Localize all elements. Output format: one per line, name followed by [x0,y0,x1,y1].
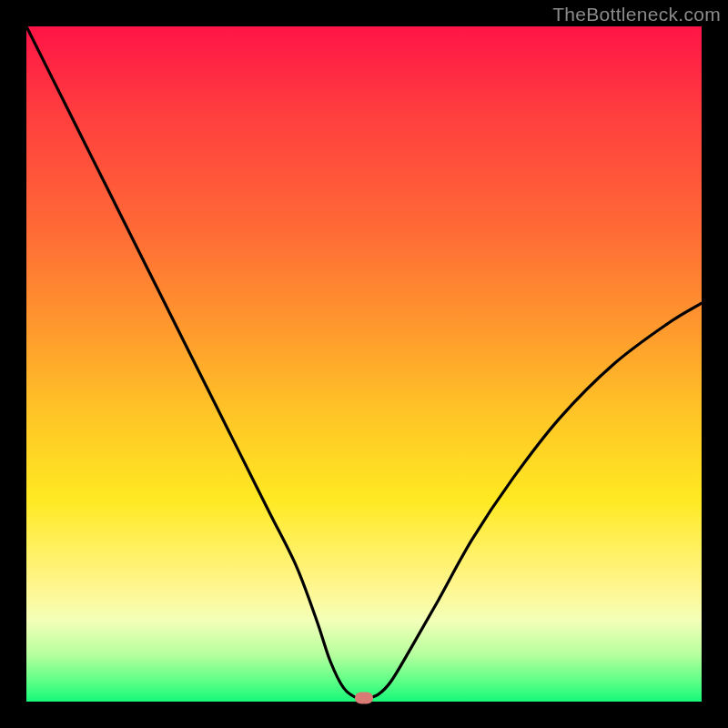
watermark-text: TheBottleneck.com [552,4,721,25]
minimum-marker [355,693,373,704]
chart-frame: TheBottleneck.com [0,0,728,728]
bottleneck-curve [26,26,702,699]
plot-area [26,26,702,702]
curve-svg [26,26,702,702]
